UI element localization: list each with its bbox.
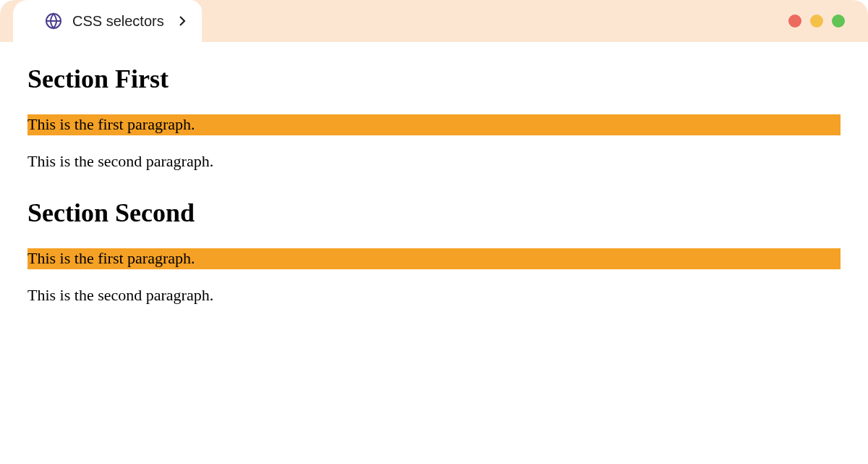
browser-tab[interactable]: CSS selectors: [13, 0, 202, 42]
globe-icon: [45, 12, 62, 30]
browser-chrome: CSS selectors: [0, 0, 868, 42]
section-second-paragraph-2: This is the second paragraph.: [27, 285, 841, 306]
page-content: Section First This is the first paragrap…: [0, 42, 868, 343]
minimize-window-button[interactable]: [810, 14, 823, 28]
close-window-button[interactable]: [788, 14, 801, 28]
window-controls: [788, 14, 854, 28]
tab-title: CSS selectors: [72, 13, 164, 30]
maximize-window-button[interactable]: [832, 14, 845, 28]
section-heading-first: Section First: [27, 64, 841, 94]
chevron-right-icon: [179, 15, 186, 27]
section-first-paragraph-2: This is the second paragraph.: [27, 151, 841, 172]
section-first-paragraph-1: This is the first paragraph.: [27, 114, 841, 135]
section-heading-second: Section Second: [27, 198, 841, 228]
section-second-paragraph-1: This is the first paragraph.: [27, 248, 841, 269]
